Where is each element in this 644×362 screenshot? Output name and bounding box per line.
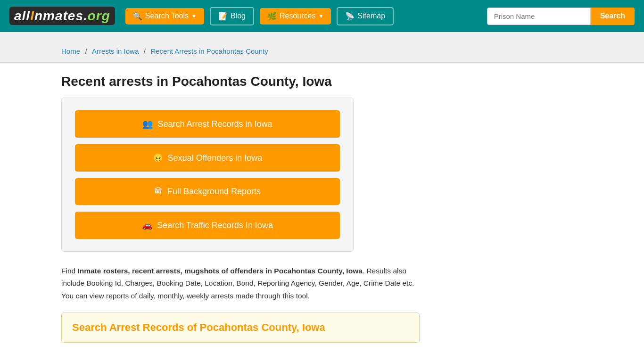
prison-search-input[interactable]: [487, 8, 591, 25]
prison-search-button[interactable]: Search: [591, 8, 635, 25]
breadcrumb-home[interactable]: Home: [61, 47, 80, 55]
resources-button[interactable]: 🌿 Resources ▼: [260, 8, 331, 25]
sitemap-label: Sitemap: [357, 12, 385, 20]
resources-label: Resources: [280, 12, 315, 20]
sitemap-icon: 📡: [345, 12, 355, 21]
desc-intro: Find: [61, 267, 77, 275]
search-tools-button[interactable]: 🔍 Search Tools ▼: [125, 8, 204, 25]
blog-button[interactable]: 📝 Blog: [210, 7, 254, 25]
subheader-gap: [0, 32, 644, 41]
background-reports-label: Full Background Reports: [167, 187, 261, 197]
chevron-down-icon-resources: ▼: [318, 13, 323, 19]
breadcrumb-current: Recent Arrests in Pocahontas County: [150, 47, 268, 55]
description-paragraph: Find Inmate rosters, recent arrests, mug…: [61, 265, 420, 302]
breadcrumb-sep-2: /: [144, 47, 146, 55]
site-header: allInmates.org 🔍 Search Tools ▼ 📝 Blog 🌿…: [0, 0, 644, 32]
search-tools-label: Search Tools: [145, 12, 189, 20]
prison-search-area: Search: [487, 8, 635, 25]
people-icon: 👥: [142, 119, 153, 129]
sexual-offenders-button[interactable]: 😠 Sexual Offenders in Iowa: [75, 144, 340, 172]
sitemap-button[interactable]: 📡 Sitemap: [337, 7, 394, 25]
car-icon: 🚗: [142, 220, 152, 230]
traffic-records-button[interactable]: 🚗 Search Traffic Records In Iowa: [75, 212, 340, 239]
building-icon: 🏛: [154, 187, 163, 197]
resources-icon: 🌿: [267, 12, 277, 21]
blog-label: Blog: [231, 12, 246, 20]
traffic-records-label: Search Traffic Records In Iowa: [157, 221, 273, 230]
arrest-records-label: Search Arrest Records in Iowa: [157, 119, 272, 129]
bottom-search-section: Search Arrest Records of Pocahontas Coun…: [61, 313, 420, 343]
search-button-label: Search: [600, 12, 625, 20]
sexual-offenders-label: Sexual Offenders in Iowa: [168, 153, 263, 163]
bottom-search-heading: Search Arrest Records of Pocahontas Coun…: [72, 321, 409, 334]
breadcrumb: Home / Arrests in Iowa / Recent Arrests …: [0, 41, 644, 63]
background-reports-button[interactable]: 🏛 Full Background Reports: [75, 178, 340, 205]
logo[interactable]: allInmates.org: [9, 8, 115, 24]
search-tools-icon: 🔍: [133, 12, 142, 21]
desc-bold: Inmate rosters, recent arrests, mugshots…: [77, 267, 362, 275]
search-arrest-records-button[interactable]: 👥 Search Arrest Records in Iowa: [75, 110, 340, 138]
breadcrumb-sep-1: /: [85, 47, 87, 55]
chevron-down-icon: ▼: [191, 13, 197, 19]
breadcrumb-arrests-iowa[interactable]: Arrests in Iowa: [92, 47, 139, 55]
page-title: Recent arrests in Pocahontas County, Iow…: [61, 74, 583, 89]
blog-icon: 📝: [218, 12, 228, 21]
logo-text: allInmates.org: [9, 7, 115, 25]
main-content: Recent arrests in Pocahontas County, Iow…: [0, 63, 644, 362]
action-card: 👥 Search Arrest Records in Iowa 😠 Sexual…: [61, 98, 354, 252]
offender-icon: 😠: [153, 153, 163, 163]
